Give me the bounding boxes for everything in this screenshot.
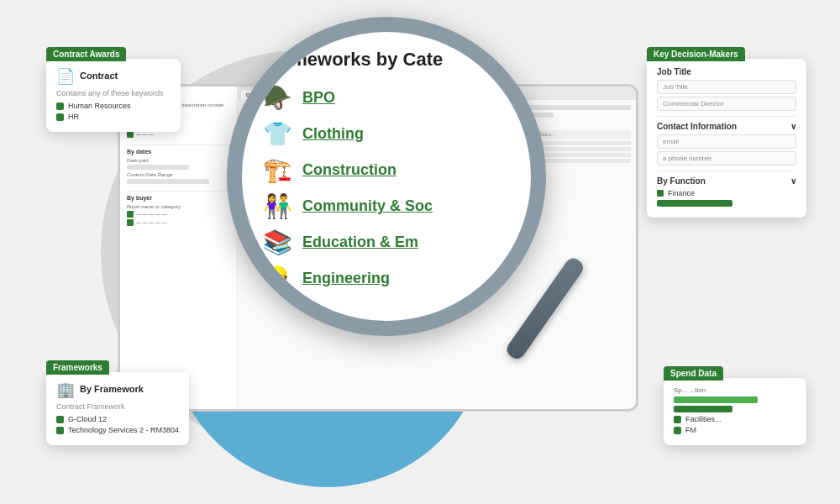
date-label: Date paid [127,158,230,163]
mag-link-4[interactable]: Education & Em [302,234,418,251]
mag-emoji-5: 👷 [262,265,292,292]
mag-category-0: 🪖 BPO [262,84,511,112]
mag-link-1[interactable]: Clothing [302,125,364,143]
magnifier-content: Frameworks by Cate 🪖 BPO 👕 Clothing 🏗️ C… [242,32,531,321]
mag-link-5[interactable]: Engineering [302,270,390,287]
contract-item-label-0: Human Resources [68,102,131,110]
magnifier-glass: Frameworks by Cate 🪖 BPO 👕 Clothing 🏗️ C… [227,17,546,336]
contract-awards-card: Contract Awards 📄 Contract Contains any … [46,59,181,132]
mag-emoji-2: 🏗️ [262,156,292,184]
spend-item-label-0: Facilities... [685,415,722,423]
mag-title: Frameworks by Cate [262,49,511,71]
mag-link-3[interactable]: Community & Soc [302,197,433,215]
mag-emoji-3: 👫 [262,192,292,220]
mag-category-3: 👫 Community & Soc [262,192,511,220]
job-title-field[interactable]: Job Title [657,80,796,94]
framework-icon: 🏢 [56,381,75,399]
email-field: email [657,134,796,149]
mag-emoji-0: 🪖 [262,84,292,112]
phone-field: a phone number [657,151,796,165]
job-title-section: Job Title [657,67,796,76]
spend-item-1: FM [674,426,796,434]
framework-item-1: Technology Services 2 - RM3804 [56,426,179,434]
spend-item-label-1: FM [685,426,696,434]
framework-item-0: G-Cloud 12 [56,415,179,423]
by-dates-title: By dates [127,149,230,155]
contract-awards-label: Contract Awards [46,47,126,61]
mag-category-4: 📚 Education & Em [262,228,511,256]
contract-subtitle: Contains any of these keywords [56,89,171,97]
mag-link-0[interactable]: BPO [302,89,335,107]
function-chevron: ∨ [790,176,796,186]
magnifier-handle [504,255,586,362]
mag-category-5: 👷 Engineering [262,265,511,292]
contract-item-1: HR [56,113,171,121]
frameworks-label: Frameworks [46,360,109,375]
by-buyer-title: By buyer [127,195,230,201]
contract-title: Contract [80,71,118,81]
mag-link-2[interactable]: Construction [302,161,396,179]
contact-info-section[interactable]: Contact Information ∨ [657,122,796,131]
by-function-section[interactable]: By Function ∨ [657,176,796,186]
spend-item-0: Facilities... [674,415,796,423]
framework-item-label-1: Technology Services 2 - RM3804 [68,426,179,434]
framework-title: By Framework [80,384,144,394]
function-item: Finance [657,189,796,197]
framework-item-label-0: G-Cloud 12 [68,415,107,423]
spend-desc: Sp... ...tion [674,386,796,394]
key-decision-label: Key Decision-Makers [647,47,745,61]
magnifier: Frameworks by Cate 🪖 BPO 👕 Clothing 🏗️ C… [227,17,613,403]
frameworks-card: Frameworks 🏢 By Framework Contract Frame… [46,372,189,445]
contract-item-0: Human Resources [56,102,171,110]
mag-category-2: 🏗️ Construction [262,156,511,184]
function-item-label: Finance [668,189,695,197]
spend-data-card: Spend Data Sp... ...tion Facilities... F… [664,378,806,445]
key-decision-card: Key Decision-Makers Job Title Job Title … [647,59,806,218]
contact-chevron: ∨ [790,122,796,131]
mag-emoji-4: 📚 [262,228,292,256]
laptop-sidebar: Transaction Spend type, category or desc… [120,87,238,409]
framework-subtitle: Contract Framework [56,402,179,411]
mag-emoji-1: 👕 [262,120,292,148]
scene: Transaction Spend type, category or desc… [0,0,840,504]
contract-icon: 📄 [56,67,75,86]
mag-category-1: 👕 Clothing [262,120,511,148]
job-title-value: Commercial Director [657,97,796,111]
spend-data-label: Spend Data [664,366,723,381]
contract-item-label-1: HR [68,113,79,121]
